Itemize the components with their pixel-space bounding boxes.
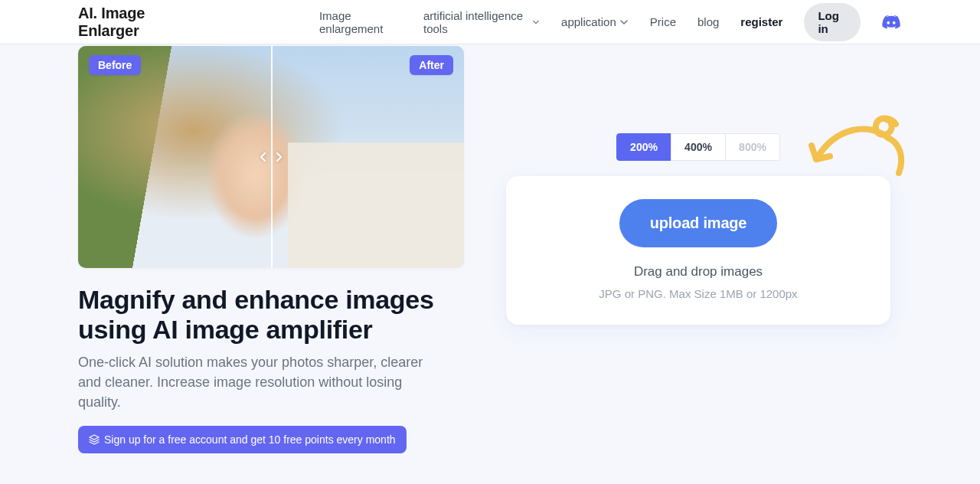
signup-cta-label: Sign up for a free account and get 10 fr… xyxy=(104,433,396,446)
before-after-hero: Before After xyxy=(78,46,464,268)
brand-logo[interactable]: AI. Image Enlarger xyxy=(78,5,200,40)
topbar: AI. Image Enlarger Image enlargement art… xyxy=(0,0,980,44)
nav-ai-tools[interactable]: artificial intelligence tools xyxy=(423,9,540,35)
headline-line1: Magnify and enhance images xyxy=(78,285,434,314)
main-nav: Image enlargement artificial intelligenc… xyxy=(319,3,900,41)
after-badge: After xyxy=(410,55,453,75)
nav-blog[interactable]: blog xyxy=(697,15,719,28)
signup-cta-button[interactable]: Sign up for a free account and get 10 fr… xyxy=(78,426,407,453)
page-headline: Magnify and enhance images using AI imag… xyxy=(78,285,464,345)
nav-register[interactable]: register xyxy=(740,15,782,28)
discord-icon[interactable] xyxy=(882,14,900,31)
nav-ai-tools-label: artificial intelligence tools xyxy=(423,9,529,35)
nav-image-enlargement[interactable]: Image enlargement xyxy=(319,9,402,35)
upload-hint: JPG or PNG. Max Size 1MB or 1200px xyxy=(599,287,797,300)
chevron-right-icon xyxy=(276,152,283,162)
layers-icon xyxy=(89,434,100,445)
zoom-tab-800[interactable]: 800% xyxy=(725,133,780,161)
upload-card[interactable]: upload image Drag and drop images JPG or… xyxy=(506,176,890,325)
chevron-down-icon xyxy=(532,18,540,27)
drag-drop-label: Drag and drop images xyxy=(634,264,763,280)
zoom-tab-200[interactable]: 200% xyxy=(616,133,671,161)
main-content: Before After Magnify and enhance images … xyxy=(0,44,980,453)
curly-arrow-icon xyxy=(805,115,908,185)
chevron-down-icon xyxy=(619,18,629,27)
before-badge: Before xyxy=(89,55,141,75)
left-column: Before After Magnify and enhance images … xyxy=(78,44,464,453)
chevron-left-icon xyxy=(259,152,266,162)
page-subcopy: One-click AI solution makes your photos … xyxy=(78,352,438,412)
upload-button[interactable]: upload image xyxy=(619,199,778,247)
login-button[interactable]: Log in xyxy=(804,3,861,41)
right-column: 200% 400% 800% upload image Drag and dro… xyxy=(495,44,902,453)
zoom-tab-400[interactable]: 400% xyxy=(671,133,726,161)
nav-price[interactable]: Price xyxy=(650,15,676,28)
compare-slider-handle[interactable] xyxy=(257,148,285,166)
headline-line2: using AI image amplifier xyxy=(78,315,373,344)
nav-application[interactable]: application xyxy=(561,15,629,28)
nav-application-label: application xyxy=(561,15,616,28)
